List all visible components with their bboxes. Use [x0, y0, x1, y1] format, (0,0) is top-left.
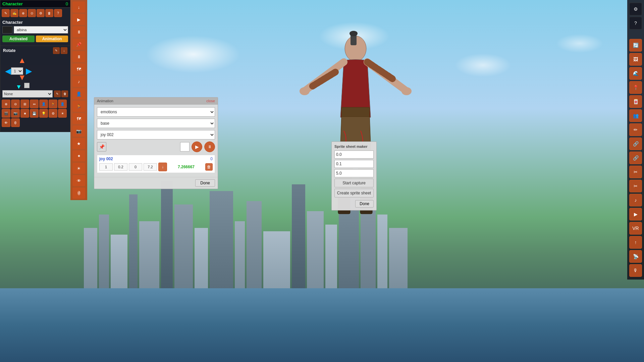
- ig-gear-btn[interactable]: ⚙: [49, 109, 57, 118]
- sprite-input1[interactable]: [334, 150, 374, 159]
- ig-db-btn[interactable]: 🛢: [11, 118, 20, 127]
- vs-map2-btn[interactable]: 🗺: [72, 113, 85, 124]
- anim-entry-row: joy 002 0 ↓ 7.266667 🗑: [97, 155, 215, 173]
- ig-arrows-btn[interactable]: ⇔: [30, 100, 39, 108]
- sprite-create-btn[interactable]: Create sprite sheet: [334, 189, 374, 197]
- vs-photo-btn[interactable]: 📷: [72, 125, 85, 137]
- rp-pin-btn[interactable]: 📍: [629, 81, 642, 94]
- vs-pause2-btn[interactable]: ⏸: [72, 51, 85, 62]
- vs-pause-btn[interactable]: ⏸: [72, 26, 85, 38]
- rp-users-btn[interactable]: 👥: [629, 109, 642, 122]
- vs-download-btn[interactable]: ↓: [72, 1, 85, 13]
- rp-broadcast-btn[interactable]: 📡: [629, 250, 642, 263]
- ig-body-btn[interactable]: 🏃: [49, 100, 57, 108]
- vs-pin-btn[interactable]: 📌: [72, 39, 85, 50]
- none-edit-icon[interactable]: ✎: [54, 90, 61, 97]
- anim-download-btn[interactable]: ↓: [158, 163, 167, 171]
- anim-pin-btn[interactable]: 📌: [97, 142, 106, 152]
- vs-play-btn[interactable]: ▶: [72, 14, 85, 25]
- vs-star-btn[interactable]: ★: [72, 138, 85, 149]
- rp-rotate-btn[interactable]: 🔄: [629, 39, 642, 52]
- char-index-input[interactable]: [2, 26, 12, 34]
- ig-sun-btn[interactable]: ☀: [58, 109, 67, 118]
- rp-music-btn[interactable]: ♪: [629, 194, 642, 206]
- ig-person-btn[interactable]: 👤: [39, 100, 48, 108]
- toolbar-target-btn[interactable]: ⊙: [28, 9, 36, 17]
- ig-photo-btn[interactable]: 📷: [11, 109, 20, 118]
- ig-save-btn[interactable]: 💾: [30, 109, 39, 118]
- rp-wave-btn[interactable]: 🌊: [629, 67, 642, 80]
- rotate-down-btn[interactable]: ▼: [17, 73, 27, 82]
- char-name-dropdown[interactable]: albina: [14, 26, 68, 34]
- rotate-up-btn[interactable]: ▲: [17, 56, 27, 65]
- toolbar-pencil-btn[interactable]: ✎: [2, 9, 10, 17]
- animation-button[interactable]: Animation: [36, 36, 68, 42]
- vs-walk-btn[interactable]: 🏃: [72, 101, 85, 112]
- ig-person2-btn[interactable]: 👤: [58, 100, 67, 108]
- anim-base-select[interactable]: base: [97, 119, 215, 128]
- anim-play-btn[interactable]: ▶: [192, 141, 202, 152]
- anim-field4[interactable]: [144, 163, 157, 171]
- rp-gear-btn[interactable]: ⚙: [629, 3, 642, 15]
- vs-person-btn[interactable]: 👤: [72, 88, 85, 100]
- anim-field2[interactable]: [114, 163, 127, 171]
- anim-done-btn[interactable]: Done: [195, 179, 215, 187]
- vs-map-btn[interactable]: 🗺: [72, 63, 85, 75]
- rp-upload-btn[interactable]: ↑: [629, 236, 642, 249]
- rp-tile-btn[interactable]: 🀄: [629, 95, 642, 108]
- rp-question-btn[interactable]: ?: [629, 17, 642, 29]
- ig-expand2-btn[interactable]: ⊞: [20, 100, 29, 108]
- anim-field1[interactable]: [99, 163, 113, 171]
- rp-cut2-btn[interactable]: ✂: [629, 180, 642, 192]
- ig-film-btn[interactable]: 🎬: [2, 109, 10, 118]
- none-icons: ✎ 🗑: [54, 90, 68, 97]
- sprite-sheet-panel: Sprite sheet maker Start capture Create …: [331, 141, 377, 210]
- anim-duration: 7.266667: [168, 165, 204, 169]
- rp-link-btn[interactable]: 🔗: [629, 137, 642, 150]
- ig-eye-btn[interactable]: 👁: [2, 118, 10, 127]
- rotate-checkbox[interactable]: [24, 83, 30, 88]
- rotate-down-cyan-btn[interactable]: ▼: [15, 83, 23, 91]
- anim-field3[interactable]: [129, 163, 142, 171]
- vs-sun-btn[interactable]: ☀: [72, 163, 85, 174]
- rotate-header: Rotate ✎ ↓: [3, 47, 67, 54]
- char-select-row: albina: [2, 26, 68, 34]
- anim-emotions-select[interactable]: emotions: [97, 107, 215, 117]
- vs-sparkle-btn[interactable]: ✦: [72, 150, 85, 162]
- ig-expand-btn[interactable]: ⊕: [2, 100, 10, 108]
- toolbar-help-btn[interactable]: ?: [54, 9, 62, 17]
- vs-eye-btn[interactable]: 👁: [72, 175, 85, 186]
- none-delete-icon[interactable]: 🗑: [61, 90, 68, 97]
- bottom-icon-grid: ⊕ ⊖ ⊞ ⇔ 👤 🏃 👤 🎬 📷 ★ 💾 💡 ⚙ ☀ 👁 🛢: [0, 98, 70, 128]
- anim-pause-btn[interactable]: ⏸: [204, 141, 215, 152]
- rp-cut-btn[interactable]: ✂: [629, 166, 642, 178]
- sprite-input3[interactable]: [334, 169, 374, 177]
- rp-image-btn[interactable]: 🖼: [629, 53, 642, 66]
- rp-mic-btn[interactable]: 🎙: [629, 264, 642, 277]
- sprite-done-btn[interactable]: Done: [355, 200, 374, 207]
- none-select[interactable]: None: [2, 90, 53, 98]
- anim-entry-index: 0: [210, 157, 213, 161]
- vs-db-btn[interactable]: 🛢: [72, 187, 85, 199]
- ig-light-btn[interactable]: 💡: [39, 109, 48, 118]
- toolbar-delete-btn[interactable]: 🗑: [45, 9, 53, 17]
- rp-link2-btn[interactable]: 🔗: [629, 152, 642, 164]
- toolbar-edit-btn[interactable]: ✍: [10, 9, 18, 17]
- anim-joy-select[interactable]: joy 002: [97, 130, 215, 139]
- anim-delete-btn[interactable]: 🗑: [205, 163, 213, 171]
- rp-vr-btn[interactable]: VR: [629, 222, 642, 235]
- rotate-edit-icon[interactable]: ✎: [53, 47, 60, 54]
- ig-star-btn[interactable]: ★: [20, 109, 29, 118]
- rp-youtube-btn[interactable]: ▶: [629, 208, 642, 221]
- toolbar-gear-btn[interactable]: ⚙: [37, 9, 45, 17]
- ig-shrink-btn[interactable]: ⊖: [11, 100, 20, 108]
- rp-edit-btn[interactable]: ✏: [629, 123, 642, 136]
- toolbar-add-btn[interactable]: ⊕: [19, 9, 27, 17]
- anim-panel-close[interactable]: close: [206, 99, 215, 103]
- sprite-input2[interactable]: [334, 160, 374, 168]
- vs-music-btn[interactable]: ♪: [72, 76, 85, 87]
- character-label: Character: [2, 20, 68, 25]
- rotate-save-icon[interactable]: ↓: [61, 47, 67, 54]
- sprite-start-capture-btn[interactable]: Start capture: [334, 179, 374, 187]
- activated-button[interactable]: Activated: [2, 36, 35, 42]
